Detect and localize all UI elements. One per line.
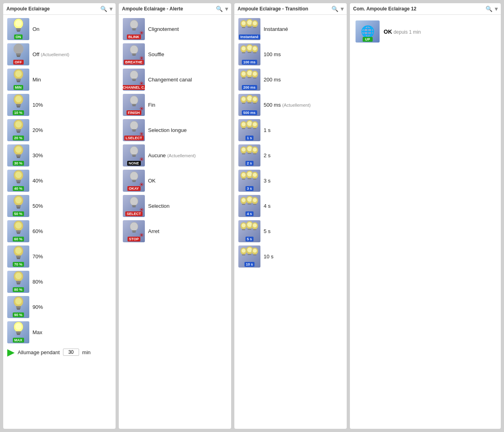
list-item[interactable]: ✳ BLINK Clignotement bbox=[121, 17, 229, 41]
svg-point-67 bbox=[130, 45, 138, 54]
svg-rect-180 bbox=[253, 254, 256, 256]
item-label: 100 ms bbox=[264, 51, 281, 57]
timer-input[interactable] bbox=[63, 349, 79, 356]
list-item[interactable]: OFF Off (Actuellement) bbox=[6, 43, 113, 66]
svg-rect-162 bbox=[253, 204, 256, 205]
list-item[interactable]: ✳ FINISH Fin bbox=[121, 93, 229, 117]
svg-rect-171 bbox=[253, 229, 256, 230]
svg-rect-43 bbox=[17, 233, 20, 234]
svg-rect-8 bbox=[17, 56, 20, 57]
svg-point-76 bbox=[130, 121, 138, 130]
badge: 10 s bbox=[244, 262, 255, 267]
svg-rect-57 bbox=[16, 308, 20, 309]
list-item[interactable]: ✳ STOP Arret bbox=[121, 219, 229, 243]
svg-point-64 bbox=[130, 20, 138, 29]
bulb-image: 30 % bbox=[7, 144, 29, 166]
badge: 1 s bbox=[245, 136, 254, 140]
arrow-down-icon[interactable]: ▾ bbox=[110, 6, 112, 12]
search-icon[interactable]: 🔍 bbox=[331, 6, 338, 12]
list-item[interactable]: 30 % 30% bbox=[6, 144, 113, 167]
badge: FINISH bbox=[126, 110, 142, 115]
item-label: Changement canal bbox=[148, 77, 192, 83]
list-item[interactable]: 50 % 50% bbox=[6, 194, 113, 218]
svg-rect-37 bbox=[16, 207, 20, 208]
list-item[interactable]: 500 ms 500 ms (Actuellement) bbox=[237, 93, 344, 117]
search-icon[interactable]: 🔍 bbox=[100, 6, 107, 12]
list-item[interactable]: ✳ NONE Aucune (Actuellement) bbox=[121, 144, 229, 167]
bulb-alert-image: ✳ CHANNEL C. bbox=[123, 69, 145, 91]
bulb-alert-image: ✳ BREATHE bbox=[123, 43, 145, 65]
badge: 20 % bbox=[12, 136, 24, 140]
bulb-multi-image: 2 s bbox=[238, 144, 260, 166]
svg-point-161 bbox=[253, 198, 257, 202]
svg-rect-138 bbox=[242, 153, 245, 154]
list-item[interactable]: 60 % 60% bbox=[6, 219, 113, 243]
status-row: 🌐 UP OK depuis 1 min bbox=[352, 17, 498, 46]
status-text: OK depuis 1 min bbox=[384, 28, 421, 35]
panel3-title: Ampoule Eclairage - Transition bbox=[238, 6, 308, 12]
list-item[interactable]: 3 s 3 s bbox=[237, 169, 344, 193]
list-item[interactable]: ✳ CHANNEL C. Changement canal bbox=[121, 68, 229, 91]
list-item[interactable]: 10 s 10 s bbox=[237, 245, 344, 268]
badge: BLINK bbox=[127, 34, 141, 39]
svg-point-119 bbox=[242, 97, 246, 101]
bulb-alert-image: ✳ NONE bbox=[123, 144, 145, 166]
list-item[interactable]: 10 % 10% bbox=[6, 93, 113, 117]
svg-rect-26 bbox=[16, 154, 21, 156]
svg-rect-2 bbox=[16, 28, 21, 30]
panel1-body: ON On OFF Off (Actuellement) bbox=[3, 15, 116, 361]
list-item[interactable]: 80 % 80% bbox=[6, 270, 113, 294]
search-icon[interactable]: 🔍 bbox=[216, 6, 223, 12]
list-item[interactable]: ✳ LSELECT Selection longue bbox=[121, 118, 229, 142]
svg-rect-129 bbox=[242, 128, 245, 129]
list-item[interactable]: MIN Min bbox=[6, 68, 113, 91]
list-item[interactable]: 40 % 40% bbox=[6, 169, 113, 193]
status-since: depuis 1 min bbox=[394, 29, 421, 35]
list-item[interactable]: 5 s 5 s bbox=[237, 219, 344, 243]
list-item[interactable]: 1 s 1 s bbox=[237, 118, 344, 142]
badge: SELECT bbox=[125, 211, 143, 216]
list-item[interactable]: 4 s 4 s bbox=[237, 194, 344, 218]
list-item[interactable]: 90 % 90% bbox=[6, 295, 113, 319]
search-icon[interactable]: 🔍 bbox=[486, 6, 492, 12]
svg-rect-38 bbox=[17, 208, 20, 209]
list-item[interactable]: 70 % 70% bbox=[6, 245, 113, 268]
panel-ampoule-eclairage: Ampoule Eclairage 🔍 ▾ ON On bbox=[3, 3, 116, 429]
bulb-alert-image: ✳ STOP bbox=[123, 220, 145, 242]
svg-rect-3 bbox=[16, 30, 20, 31]
item-label: Clignotement bbox=[148, 26, 179, 32]
list-item[interactable]: ▶ Allumage pendant min bbox=[6, 346, 113, 359]
list-item[interactable]: ✳ BREATHE Souffle bbox=[121, 43, 229, 66]
list-item[interactable]: ✳ OKAY OK bbox=[121, 169, 229, 193]
arrow-down-icon[interactable]: ▾ bbox=[341, 6, 343, 12]
bulb-image: 90 % bbox=[7, 296, 29, 318]
list-item[interactable]: 200 ms 200 ms bbox=[237, 68, 344, 91]
list-item[interactable]: 100 ms 100 ms bbox=[237, 43, 344, 66]
timer-label: Allumage pendant bbox=[18, 349, 60, 355]
svg-point-70 bbox=[130, 71, 138, 79]
svg-rect-11 bbox=[16, 79, 21, 80]
list-item[interactable]: 20 % 20% bbox=[6, 118, 113, 142]
item-label: 10 s bbox=[264, 254, 274, 260]
list-item[interactable]: ON On bbox=[6, 17, 113, 41]
svg-rect-68 bbox=[132, 53, 136, 55]
arrow-down-icon[interactable]: ▾ bbox=[495, 6, 498, 12]
svg-rect-52 bbox=[16, 282, 20, 284]
bulb-image: 80 % bbox=[7, 271, 29, 293]
svg-point-79 bbox=[130, 146, 138, 155]
list-item[interactable]: Instantané Instantané bbox=[237, 17, 344, 41]
list-item[interactable]: 2 s 2 s bbox=[237, 144, 344, 167]
arrow-down-icon[interactable]: ▾ bbox=[225, 6, 228, 12]
list-item[interactable]: MAX Max bbox=[6, 320, 113, 344]
svg-rect-69 bbox=[132, 55, 135, 56]
svg-rect-75 bbox=[132, 105, 135, 106]
bulb-alert-image: ✳ OKAY bbox=[123, 170, 145, 192]
item-label: Arret bbox=[148, 228, 159, 234]
svg-rect-7 bbox=[16, 55, 20, 56]
svg-rect-159 bbox=[248, 203, 251, 205]
bulb-image: 40 % bbox=[7, 170, 29, 192]
svg-point-113 bbox=[247, 71, 252, 75]
item-label: 2 s bbox=[264, 152, 270, 158]
svg-rect-123 bbox=[248, 102, 251, 103]
list-item[interactable]: ✳ SELECT Selection bbox=[121, 194, 229, 218]
